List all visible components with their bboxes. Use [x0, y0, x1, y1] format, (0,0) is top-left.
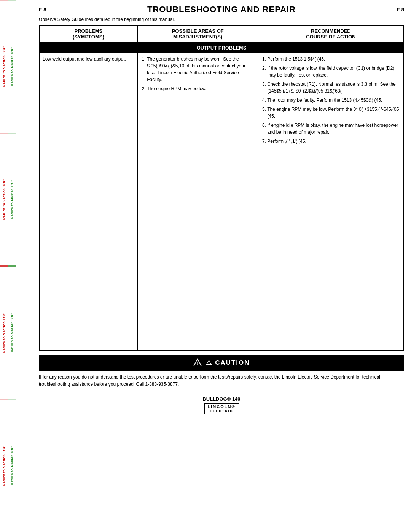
master-toc-2[interactable]: Return to Master TOC	[8, 133, 16, 266]
section-header: OUTPUT PROBLEMS	[39, 42, 404, 53]
safety-note: Observe Safety Guidelines detailed in th…	[39, 17, 404, 22]
col-header-problems: PROBLEMS(SYMPTOMS)	[39, 26, 138, 42]
section-toc-4[interactable]: Return to Section TOC	[0, 399, 8, 532]
side-col-green: Return to Master TOC Return to Master TO…	[8, 0, 16, 532]
caution-box: ! ⚠ CAUTION	[39, 355, 404, 371]
misadjustments-cell: The generator brushes may be worn. See t…	[138, 53, 258, 350]
caution-text: If for any reason you do not understand …	[39, 374, 404, 392]
page-number-right: F-8	[397, 7, 404, 13]
caution-label: ⚠ CAUTION	[206, 359, 250, 367]
action-item-2: If the rotor voltage is low, the field c…	[267, 65, 400, 78]
master-toc-4[interactable]: Return to Master TOC	[8, 399, 16, 532]
svg-text:!: !	[197, 361, 199, 366]
action-item-7: Perform ,(.' ,1'( (45.	[267, 138, 400, 145]
footer-brand: BULLDOG® 140	[39, 396, 404, 402]
side-nav: Return to Section TOC Return to Section …	[0, 0, 16, 532]
page-header: F-8 TROUBLESHOOTING AND REPAIR F-8	[39, 5, 404, 14]
master-toc-3[interactable]: Return to Master TOC	[8, 266, 16, 399]
action-item-3: Check the rheostat (R1). Normal resistan…	[267, 81, 400, 94]
action-item-5: The engine RPM may be low. Perform the 0…	[267, 106, 400, 120]
table-row: Low weld output and low auxiliary output…	[39, 53, 404, 350]
misadj-item-1: The generator brushes may be worn. See t…	[147, 56, 255, 83]
master-toc-1[interactable]: Return to Master TOC	[8, 0, 16, 133]
footer: BULLDOG® 140 LINCOLN® ELECTRIC	[39, 396, 404, 414]
action-item-1: Perform the 1513 1.5$*( (45.	[267, 56, 400, 62]
col-header-action: RECOMMENDEDCOURSE OF ACTION	[258, 26, 404, 42]
action-item-6: If engine idle RPM is okay, the engine m…	[267, 122, 400, 136]
action-item-4: The rotor may be faulty. Perform the 151…	[267, 97, 400, 104]
misadj-item-2: The engine RPM may be low.	[147, 85, 255, 92]
col-header-misadj: POSSIBLE AREAS OFMISADJUSTMENT(S)	[138, 26, 258, 42]
actions-cell: Perform the 1513 1.5$*( (45. If the roto…	[258, 53, 404, 350]
section-toc-2[interactable]: Return to Section TOC	[0, 133, 8, 266]
section-toc-1[interactable]: Return to Section TOC	[0, 0, 8, 133]
trouble-table: PROBLEMS(SYMPTOMS) POSSIBLE AREAS OFMISA…	[39, 25, 404, 351]
page-number-left: F-8	[39, 7, 46, 13]
side-col-red: Return to Section TOC Return to Section …	[0, 0, 8, 532]
section-toc-3[interactable]: Return to Section TOC	[0, 266, 8, 399]
problems-cell: Low weld output and low auxiliary output…	[39, 53, 138, 350]
lincoln-logo: LINCOLN® ELECTRIC	[204, 403, 239, 414]
page-title: TROUBLESHOOTING AND REPAIR	[147, 5, 296, 14]
caution-triangle-icon: !	[193, 358, 202, 367]
